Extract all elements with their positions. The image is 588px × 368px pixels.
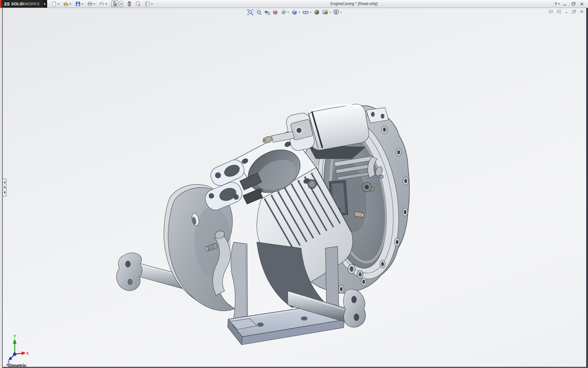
display-style-button[interactable] (291, 9, 301, 16)
help-button[interactable]: ? (555, 1, 560, 7)
previous-view-button[interactable] (263, 9, 270, 16)
document-close-button[interactable] (579, 9, 584, 14)
restore-icon (572, 10, 576, 13)
restore-icon (571, 2, 576, 6)
y-axis-arrow-icon (13, 339, 17, 344)
save-button[interactable] (75, 1, 84, 7)
menu-expand-button[interactable] (43, 0, 47, 8)
document-window-controls (548, 9, 584, 14)
zoom-to-area-button[interactable] (255, 9, 262, 16)
logo-name-bold: SOLID (11, 2, 24, 6)
featuremanager-collapsed-tab[interactable] (3, 178, 6, 196)
engine-casing-model[interactable] (3, 8, 586, 367)
close-icon (580, 2, 584, 6)
close-button[interactable] (578, 1, 586, 7)
undo-icon (99, 1, 104, 6)
open-button[interactable] (63, 1, 72, 7)
collapse-arrow-icon (4, 181, 5, 184)
solidworks-logo[interactable]: ЗS SOLID WORKS (0, 0, 43, 8)
y-axis-label: Y (13, 335, 16, 339)
view-orientation-dropdown-arrow-icon[interactable] (287, 12, 289, 13)
zoom-to-area-icon (255, 9, 262, 15)
hide-show-items-button[interactable] (302, 9, 312, 16)
close-icon (580, 10, 584, 13)
view-orientation-button[interactable] (280, 9, 290, 16)
expand-left-pane-button[interactable] (548, 9, 554, 14)
open-folder-icon (63, 1, 69, 6)
menu-bar-toolbar (47, 0, 153, 8)
rebuild-traffic-light-icon (127, 1, 132, 6)
view-orientation-cube-icon (280, 9, 286, 15)
options-button[interactable] (144, 1, 153, 7)
save-icon (75, 1, 81, 6)
help-dropdown-arrow-icon (558, 3, 560, 5)
view-settings-icon (333, 9, 339, 15)
minimize-button[interactable] (561, 1, 568, 7)
title-bar: ЗS SOLID WORKS (0, 0, 588, 8)
minimize-icon (564, 10, 568, 13)
help-icon: ? (555, 2, 557, 6)
undo-button[interactable] (99, 1, 108, 7)
view-settings-dropdown-arrow-icon[interactable] (340, 12, 342, 13)
print-icon (87, 1, 92, 6)
logo-red-bar (0, 0, 2, 8)
hide-show-items-dropdown-arrow-icon[interactable] (310, 12, 311, 13)
x-axis-arrow-icon (22, 351, 26, 355)
expand-right-pane-button[interactable] (556, 9, 561, 14)
rebuild-button[interactable] (126, 1, 132, 7)
previous-view-icon (264, 9, 270, 15)
orientation-triad: Y X Z (6, 335, 30, 364)
options-dropdown-arrow-icon[interactable] (151, 3, 153, 5)
window-controls: ? (555, 0, 588, 8)
work-area: Y X Z *Dimetric (0, 8, 588, 368)
document-restore-button[interactable] (571, 9, 577, 14)
logo-mark: ЗS (4, 1, 10, 6)
section-view-icon (272, 9, 278, 15)
file-properties-button[interactable] (135, 1, 141, 7)
open-dropdown-arrow-icon[interactable] (70, 3, 71, 5)
triad-origin (13, 353, 16, 356)
select-dropdown-button[interactable] (119, 1, 123, 7)
solidworks-window: ЗS SOLID WORKS (0, 0, 588, 368)
eyeglasses-icon (302, 9, 309, 15)
undo-dropdown-arrow-icon[interactable] (105, 3, 107, 5)
select-button-pressed-frame[interactable] (111, 1, 119, 7)
display-style-cube-icon (291, 9, 297, 15)
new-button[interactable] (51, 1, 60, 7)
view-settings-button[interactable] (332, 9, 342, 16)
apply-scene-icon (322, 9, 328, 15)
graphics-viewport[interactable]: Y X Z *Dimetric (2, 8, 588, 368)
file-properties-icon (136, 1, 141, 6)
edit-appearance-button[interactable] (313, 9, 320, 16)
x-axis-label: X (26, 351, 29, 355)
display-style-dropdown-arrow-icon[interactable] (298, 12, 300, 13)
select-button[interactable] (111, 1, 124, 7)
collapse-arrow-icon (4, 191, 5, 194)
appearance-sphere-icon (314, 9, 320, 15)
heads-up-view-toolbar (247, 9, 342, 16)
select-dropdown-arrow-icon (120, 3, 122, 5)
print-dropdown-arrow-icon[interactable] (93, 3, 95, 5)
new-dropdown-arrow-icon[interactable] (58, 3, 59, 5)
apply-scene-dropdown-arrow-icon[interactable] (329, 12, 331, 13)
restore-button[interactable] (570, 1, 577, 7)
print-button[interactable] (87, 1, 96, 7)
document-minimize-button[interactable] (564, 9, 569, 14)
section-view-button[interactable] (271, 9, 279, 16)
menu-expand-arrow-icon (44, 3, 46, 5)
minimize-icon (563, 2, 567, 6)
apply-scene-button[interactable] (321, 9, 331, 16)
logo-name-light: WORKS (24, 2, 40, 6)
view-orientation-label: *Dimetric (6, 363, 27, 368)
zoom-to-fit-button[interactable] (247, 9, 254, 16)
options-checklist-icon (145, 1, 150, 6)
zoom-to-fit-icon (247, 9, 253, 15)
select-cursor-icon (112, 1, 117, 6)
new-document-icon (51, 1, 57, 6)
pane-expand-left-icon (549, 10, 553, 13)
save-dropdown-arrow-icon[interactable] (81, 3, 83, 5)
pane-expand-right-icon (556, 10, 561, 13)
window-title: EngineCasing * [Read-only] (153, 0, 555, 8)
collapse-arrow-icon (4, 186, 5, 189)
